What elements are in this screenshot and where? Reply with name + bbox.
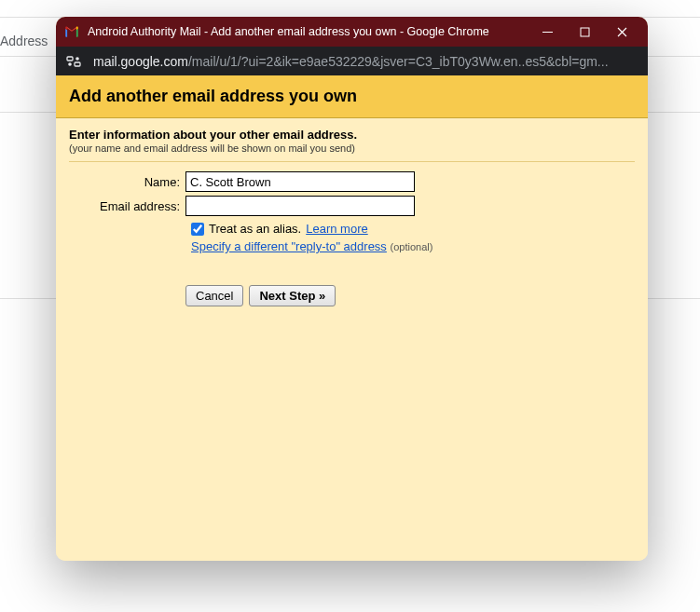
window-titlebar: Android Authority Mail - Add another ema… bbox=[56, 17, 648, 47]
page-header: Add another email address you own bbox=[56, 75, 648, 118]
svg-rect-0 bbox=[542, 32, 553, 33]
email-input[interactable] bbox=[185, 196, 415, 216]
reply-to-link[interactable]: Specify a different "reply-to" address bbox=[191, 239, 387, 253]
intro-block: Enter information about your other email… bbox=[69, 128, 635, 162]
url-path: /mail/u/1/?ui=2&ik=e9ae532229&jsver=C3_i… bbox=[188, 54, 609, 69]
alias-checkbox[interactable] bbox=[191, 223, 204, 236]
background-label: Address bbox=[0, 30, 48, 52]
chrome-popup-window: Android Authority Mail - Add another ema… bbox=[56, 17, 648, 561]
close-button[interactable] bbox=[603, 19, 640, 45]
optional-label: (optional) bbox=[391, 241, 433, 252]
next-step-button[interactable]: Next Step » bbox=[249, 285, 336, 306]
svg-rect-4 bbox=[75, 62, 80, 66]
name-input[interactable] bbox=[185, 171, 415, 192]
maximize-button[interactable] bbox=[566, 19, 603, 45]
gmail-icon bbox=[63, 23, 80, 40]
address-bar: mail.google.com/mail/u/1/?ui=2&ik=e9ae53… bbox=[56, 47, 648, 75]
cancel-button[interactable]: Cancel bbox=[185, 285, 243, 306]
name-label: Name: bbox=[69, 175, 185, 189]
page-title: Add another email address you own bbox=[69, 87, 635, 106]
svg-point-5 bbox=[68, 62, 72, 66]
email-label: Email address: bbox=[69, 199, 185, 213]
svg-rect-2 bbox=[67, 57, 73, 61]
page-content: Enter information about your other email… bbox=[56, 118, 648, 561]
window-title: Android Authority Mail - Add another ema… bbox=[88, 25, 528, 38]
minimize-button[interactable] bbox=[528, 19, 566, 45]
svg-point-3 bbox=[75, 57, 79, 61]
intro-sub: (your name and email address will be sho… bbox=[69, 143, 635, 154]
alias-label: Treat as an alias. bbox=[209, 222, 301, 236]
intro-main: Enter information about your other email… bbox=[69, 128, 635, 142]
learn-more-link[interactable]: Learn more bbox=[306, 222, 367, 236]
url-display[interactable]: mail.google.com/mail/u/1/?ui=2&ik=e9ae53… bbox=[93, 54, 638, 69]
svg-rect-1 bbox=[581, 28, 589, 36]
url-domain: mail.google.com bbox=[93, 54, 188, 69]
site-settings-icon[interactable] bbox=[65, 53, 82, 70]
